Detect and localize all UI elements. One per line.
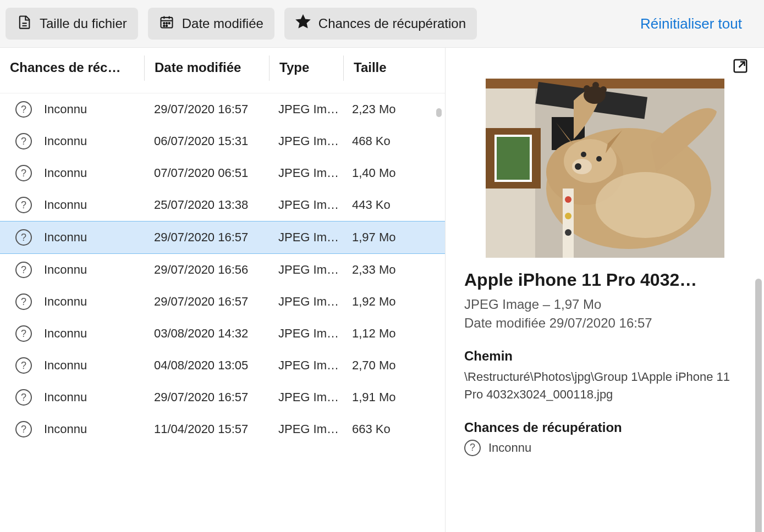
reset-all-link[interactable]: Réinitialiser tout — [640, 15, 758, 32]
cell-size: 1,40 Mo — [342, 166, 425, 180]
filter-recovery-button[interactable]: Chances de récupération — [284, 8, 477, 40]
cell-type: JPEG Im… — [268, 263, 342, 277]
cell-chance: ?Inconnu — [10, 293, 144, 310]
svg-point-1 — [163, 23, 164, 24]
question-icon: ? — [15, 165, 32, 181]
calendar-icon — [159, 14, 174, 33]
table-row[interactable]: ?Inconnu25/07/2020 13:38JPEG Im…443 Ko — [0, 189, 445, 221]
detail-panel: Apple iPhone 11 Pro 4032… JPEG Image – 1… — [446, 48, 764, 532]
question-icon: ? — [15, 389, 32, 406]
detail-type-size: JPEG Image – 1,97 Mo — [464, 297, 745, 312]
file-table: Chances de réc… Date modifiée Type Taill… — [0, 48, 446, 532]
cell-chance: ?Inconnu — [10, 325, 144, 342]
cell-date: 11/04/2020 15:57 — [144, 422, 268, 436]
cell-type: JPEG Im… — [268, 390, 342, 404]
chance-text: Inconnu — [44, 198, 87, 212]
cell-size: 2,23 Mo — [342, 102, 425, 117]
cell-type: JPEG Im… — [268, 230, 342, 245]
cell-date: 29/07/2020 16:57 — [144, 390, 268, 404]
column-header-chance[interactable]: Chances de réc… — [10, 60, 144, 81]
chances-value: Inconnu — [488, 441, 531, 455]
chance-text: Inconnu — [44, 422, 87, 436]
filter-toolbar: Taille du fichier Date modifiée Chances … — [0, 0, 764, 48]
table-row[interactable]: ?Inconnu11/04/2020 15:57JPEG Im…663 Ko — [0, 413, 445, 445]
svg-point-29 — [565, 213, 571, 219]
cell-date: 29/07/2020 16:57 — [144, 230, 268, 245]
chance-text: Inconnu — [44, 358, 87, 373]
chance-text: Inconnu — [44, 295, 87, 309]
cell-size: 2,70 Mo — [342, 358, 425, 373]
table-row[interactable]: ?Inconnu04/08/2020 13:05JPEG Im…2,70 Mo — [0, 350, 445, 381]
question-icon: ? — [15, 229, 32, 246]
cell-size: 468 Ko — [342, 134, 425, 148]
column-header-type[interactable]: Type — [270, 60, 343, 81]
detail-title: Apple iPhone 11 Pro 4032… — [464, 270, 745, 290]
cell-type: JPEG Im… — [268, 166, 342, 180]
table-header: Chances de réc… Date modifiée Type Taill… — [0, 48, 445, 93]
cell-date: 06/07/2020 15:31 — [144, 134, 268, 148]
table-row[interactable]: ?Inconnu29/07/2020 16:57JPEG Im…1,91 Mo — [0, 381, 445, 413]
table-row[interactable]: ?Inconnu29/07/2020 16:56JPEG Im…2,33 Mo — [0, 254, 445, 286]
question-icon: ? — [15, 101, 32, 118]
cell-chance: ?Inconnu — [10, 389, 144, 406]
cell-size: 2,33 Mo — [342, 263, 425, 277]
filter-recovery-label: Chances de récupération — [318, 16, 466, 31]
cell-chance: ?Inconnu — [10, 133, 144, 149]
filter-filesize-label: Taille du fichier — [40, 16, 127, 31]
question-icon: ? — [15, 262, 32, 278]
filter-datemod-button[interactable]: Date modifiée — [148, 8, 274, 40]
svg-point-24 — [592, 82, 599, 88]
table-row[interactable]: ?Inconnu06/07/2020 15:31JPEG Im…468 Ko — [0, 125, 445, 157]
filter-filesize-button[interactable]: Taille du fichier — [6, 8, 138, 40]
chance-text: Inconnu — [44, 102, 87, 117]
filter-datemod-label: Date modifiée — [182, 16, 263, 31]
cell-type: JPEG Im… — [268, 326, 342, 341]
path-heading: Chemin — [464, 348, 745, 364]
cell-date: 25/07/2020 13:38 — [144, 198, 268, 212]
cell-date: 04/08/2020 13:05 — [144, 358, 268, 373]
cell-type: JPEG Im… — [268, 358, 342, 373]
question-icon: ? — [15, 133, 32, 149]
table-row[interactable]: ?Inconnu29/07/2020 16:57JPEG Im…1,97 Mo — [0, 221, 445, 254]
detail-scrollbar-thumb[interactable] — [755, 279, 762, 532]
table-row[interactable]: ?Inconnu07/07/2020 06:51JPEG Im…1,40 Mo — [0, 157, 445, 189]
cell-size: 1,91 Mo — [342, 390, 425, 404]
cell-chance: ?Inconnu — [10, 229, 144, 246]
cell-date: 29/07/2020 16:57 — [144, 102, 268, 117]
svg-point-20 — [581, 152, 586, 157]
column-header-date[interactable]: Date modifiée — [145, 60, 269, 81]
scrollbar-thumb[interactable] — [436, 108, 442, 117]
detail-date: Date modifiée 29/07/2020 16:57 — [464, 315, 745, 331]
svg-point-3 — [168, 23, 169, 24]
chance-text: Inconnu — [44, 390, 87, 404]
question-icon: ? — [464, 440, 481, 456]
svg-point-2 — [166, 23, 167, 24]
star-icon — [295, 14, 311, 33]
cell-chance: ?Inconnu — [10, 101, 144, 118]
cell-chance: ?Inconnu — [10, 197, 144, 213]
preview-image — [486, 79, 724, 258]
question-icon: ? — [15, 325, 32, 342]
expand-icon[interactable] — [732, 58, 749, 77]
svg-point-30 — [565, 229, 571, 236]
cell-chance: ?Inconnu — [10, 421, 144, 437]
chance-text: Inconnu — [44, 263, 87, 277]
svg-point-28 — [565, 196, 571, 203]
table-row[interactable]: ?Inconnu03/08/2020 14:32JPEG Im…1,12 Mo — [0, 318, 445, 350]
cell-type: JPEG Im… — [268, 422, 342, 436]
cell-size: 1,97 Mo — [342, 230, 425, 245]
cell-size: 663 Ko — [342, 422, 425, 436]
table-body: ?Inconnu29/07/2020 16:57JPEG Im…2,23 Mo?… — [0, 93, 445, 532]
chances-heading: Chances de récupération — [464, 420, 745, 435]
cell-size: 443 Ko — [342, 198, 425, 212]
column-header-size[interactable]: Taille — [344, 60, 426, 81]
chance-text: Inconnu — [44, 166, 87, 180]
table-row[interactable]: ?Inconnu29/07/2020 16:57JPEG Im…2,23 Mo — [0, 93, 445, 125]
cell-date: 29/07/2020 16:57 — [144, 295, 268, 309]
table-row[interactable]: ?Inconnu29/07/2020 16:57JPEG Im…1,92 Mo — [0, 286, 445, 318]
svg-point-19 — [575, 163, 581, 170]
svg-rect-11 — [496, 136, 531, 181]
cell-chance: ?Inconnu — [10, 357, 144, 374]
svg-point-5 — [166, 25, 167, 26]
cell-size: 1,12 Mo — [342, 326, 425, 341]
